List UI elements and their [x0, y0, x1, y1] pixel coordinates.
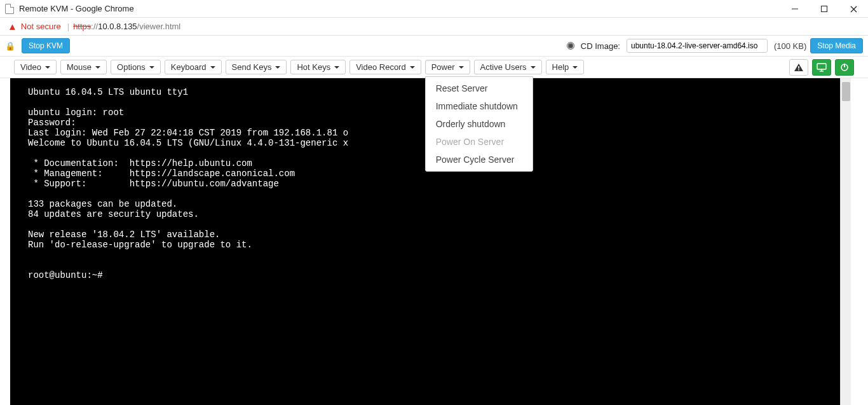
power-menu-item[interactable]: Orderly shutdown	[426, 115, 532, 133]
lock-icon: 🔒	[5, 41, 15, 51]
menu-send-keys-label: Send Keys	[232, 62, 272, 72]
url-path: /viewer.html	[137, 22, 181, 31]
power-menu-item[interactable]: Immediate shutdown	[426, 97, 532, 115]
chevron-down-icon	[410, 66, 415, 69]
url-scheme: https	[73, 22, 91, 31]
maximize-button[interactable]	[810, 0, 839, 18]
power-menu-item[interactable]: Reset Server	[426, 79, 532, 97]
kvm-control-bar: 🔒 Stop KVM CD Image: (100 KB) Stop Media	[0, 36, 868, 57]
chevron-down-icon	[459, 66, 464, 69]
menu-bar: Video Mouse Options Keyboard Send Keys H…	[0, 57, 868, 78]
menu-mouse-label: Mouse	[67, 62, 92, 72]
power-menu-item: Power On Server	[426, 133, 532, 151]
url-sep: ://	[91, 22, 98, 31]
chevron-down-icon	[531, 66, 536, 69]
url-host: 10.0.8.135	[98, 22, 137, 31]
menu-active-users[interactable]: Active Users	[474, 60, 542, 74]
menu-help[interactable]: Help	[546, 60, 585, 74]
menu-power-label: Power	[431, 62, 455, 72]
window-titlebar: Remote KVM - Google Chrome	[0, 0, 868, 18]
chevron-down-icon	[210, 66, 215, 69]
display-button[interactable]	[812, 59, 831, 76]
svg-rect-1	[822, 6, 827, 12]
menu-power[interactable]: Power	[425, 60, 470, 74]
address-bar: ▲ Not secure | https://10.0.8.135/viewer…	[0, 18, 868, 36]
chevron-down-icon	[95, 66, 100, 69]
menu-options[interactable]: Options	[111, 60, 161, 74]
cd-image-field[interactable]	[627, 39, 768, 53]
chevron-down-icon	[334, 66, 339, 69]
svg-rect-7	[817, 64, 826, 69]
menu-active-users-label: Active Users	[480, 62, 527, 72]
menu-hot-keys-label: Hot Keys	[297, 62, 330, 72]
svg-rect-5	[798, 66, 799, 69]
menu-keyboard-label: Keyboard	[171, 62, 207, 72]
minimize-button[interactable]	[780, 0, 810, 18]
menu-help-label: Help	[552, 62, 569, 72]
svg-rect-6	[798, 69, 799, 71]
menu-send-keys[interactable]: Send Keys	[226, 60, 287, 74]
menu-video-record-label: Video Record	[356, 62, 406, 72]
power-icon-button[interactable]	[835, 59, 854, 76]
menu-hot-keys[interactable]: Hot Keys	[290, 60, 346, 74]
close-button[interactable]	[839, 0, 868, 18]
stop-kvm-button[interactable]: Stop KVM	[22, 38, 70, 53]
alert-button[interactable]	[789, 59, 808, 76]
menu-mouse[interactable]: Mouse	[60, 60, 107, 74]
cd-size-label: (100 KB)	[774, 41, 806, 51]
scrollbar[interactable]	[840, 78, 851, 405]
scrollbar-thumb[interactable]	[842, 82, 850, 101]
chevron-down-icon	[275, 66, 280, 69]
menu-keyboard[interactable]: Keyboard	[165, 60, 222, 74]
alert-icon	[794, 63, 804, 72]
menu-options-label: Options	[117, 62, 146, 72]
chevron-down-icon	[573, 66, 578, 69]
disc-icon	[567, 42, 574, 50]
power-dropdown: Reset ServerImmediate shutdownOrderly sh…	[425, 76, 533, 172]
cd-image-label: CD Image:	[581, 41, 620, 51]
chevron-down-icon	[149, 66, 154, 69]
menu-video-label: Video	[20, 62, 41, 72]
not-secure-label: Not secure	[21, 22, 61, 31]
monitor-icon	[817, 63, 827, 72]
menu-video[interactable]: Video	[14, 60, 57, 74]
stop-media-button[interactable]: Stop Media	[810, 38, 863, 53]
chevron-down-icon	[45, 66, 50, 69]
address-divider: |	[67, 22, 69, 31]
menu-video-record[interactable]: Video Record	[349, 60, 421, 74]
warning-icon: ▲	[8, 21, 17, 32]
url-field[interactable]: https://10.0.8.135/viewer.html	[73, 22, 180, 31]
power-menu-item[interactable]: Power Cycle Server	[426, 151, 532, 168]
window-title: Remote KVM - Google Chrome	[19, 4, 134, 13]
power-icon	[840, 63, 849, 72]
page-icon	[5, 4, 14, 14]
